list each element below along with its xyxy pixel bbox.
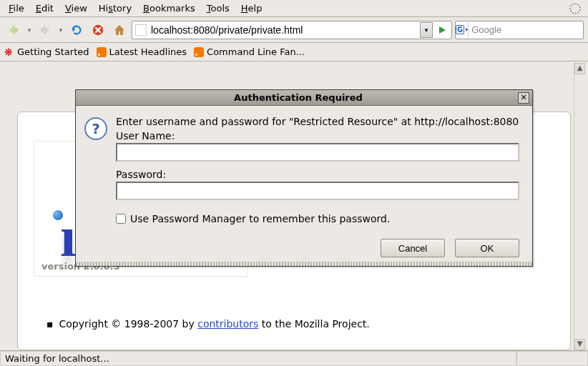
dialog-title: Authentication Required <box>79 92 518 103</box>
search-engine-icon: G <box>456 25 464 34</box>
menu-edit[interactable]: Edit <box>30 1 59 15</box>
menu-bookmarks[interactable]: Bookmarks <box>137 1 201 15</box>
ok-button[interactable]: OK <box>455 239 519 257</box>
bookmark-label: Getting Started <box>17 46 89 57</box>
menu-help[interactable]: Help <box>235 1 268 15</box>
username-label: User Name: <box>116 130 519 142</box>
remember-checkbox[interactable] <box>116 214 126 224</box>
rss-icon <box>194 47 204 57</box>
status-text: Waiting for localhost... <box>0 351 516 366</box>
remember-label: Use Password Manager to remember this pa… <box>130 213 390 224</box>
back-button[interactable] <box>4 21 23 39</box>
reload-button[interactable] <box>67 21 86 39</box>
scroll-track[interactable] <box>574 74 585 339</box>
scroll-down-button[interactable]: ▼ <box>574 339 585 350</box>
search-bar[interactable]: G▾ <box>455 21 584 39</box>
url-history-dropdown[interactable]: ▾ <box>420 22 433 38</box>
question-icon: ? <box>84 117 107 140</box>
search-input[interactable] <box>469 23 588 36</box>
go-button[interactable] <box>434 22 450 38</box>
username-input[interactable] <box>116 143 519 162</box>
bookmarks-toolbar: ❋ Getting Started Latest Headlines Comma… <box>0 43 588 61</box>
url-bar[interactable]: ▾ <box>132 21 452 39</box>
home-button[interactable] <box>110 21 129 39</box>
bookmark-label: Command Line Fan... <box>207 46 305 57</box>
dialog-close-button[interactable]: ✕ <box>518 92 529 104</box>
menu-bar: File Edit View History Bookmarks Tools H… <box>0 0 588 17</box>
stop-button[interactable] <box>89 21 107 39</box>
contributors-link[interactable]: contributors <box>197 318 258 330</box>
throbber-icon <box>569 3 581 14</box>
search-engine-selector[interactable]: G▾ <box>456 22 469 38</box>
bookmark-latest-headlines[interactable]: Latest Headlines <box>97 46 187 57</box>
bookmark-label: Latest Headlines <box>109 46 187 57</box>
rss-icon <box>97 47 107 57</box>
status-cell <box>516 351 588 366</box>
password-label: Password: <box>116 169 519 180</box>
back-history-dropdown[interactable]: ▾ <box>26 26 33 34</box>
forward-history-dropdown[interactable]: ▾ <box>57 26 64 34</box>
scroll-up-button[interactable]: ▲ <box>574 63 585 74</box>
copyright-line: ▪Copyright © 1998-2007 by contributors t… <box>46 318 370 330</box>
password-input[interactable] <box>116 182 519 200</box>
url-input[interactable] <box>148 23 420 37</box>
dialog-titlebar[interactable]: Authentication Required ✕ <box>76 90 532 106</box>
auth-dialog: Authentication Required ✕ ? Enter userna… <box>75 89 533 267</box>
nav-toolbar: ▾ ▾ ▾ G▾ <box>0 17 588 43</box>
menu-view[interactable]: View <box>59 1 93 15</box>
menu-history[interactable]: History <box>93 1 137 15</box>
bookmark-command-line-fan[interactable]: Command Line Fan... <box>194 46 305 57</box>
dialog-resize-grip[interactable] <box>76 262 532 266</box>
menu-file[interactable]: File <box>3 1 30 15</box>
pawprint-icon: ❋ <box>4 47 14 57</box>
forward-button[interactable] <box>36 21 54 39</box>
favicon-icon <box>135 24 147 36</box>
status-bar: Waiting for localhost... <box>0 350 588 366</box>
vertical-scrollbar[interactable]: ▲ ▼ <box>574 63 585 350</box>
bookmark-getting-started[interactable]: ❋ Getting Started <box>4 46 89 57</box>
menu-tools[interactable]: Tools <box>201 1 235 15</box>
dialog-prompt: Enter username and password for "Restric… <box>116 116 519 127</box>
cancel-button[interactable]: Cancel <box>381 239 445 257</box>
